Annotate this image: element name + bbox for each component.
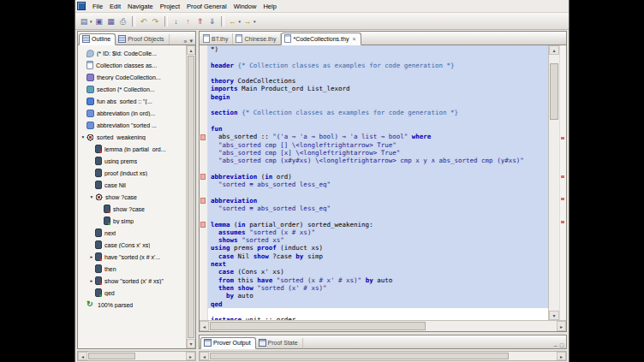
editor-tab-bt-thy[interactable]: BT.thy: [200, 33, 233, 45]
tree-item-using-prems[interactable]: using prems: [78, 155, 186, 167]
menu-item-navigate[interactable]: Navigate: [124, 2, 157, 11]
dropdown-arrow-icon[interactable]: ▾: [90, 19, 92, 24]
tree-item-show-sorted-x-xs[interactable]: ▸show "sorted (x' # xs)": [78, 275, 186, 287]
tree-item-case-nil[interactable]: case Nil: [78, 179, 186, 191]
tab-overflow-chevron-icon[interactable]: »: [184, 39, 188, 45]
view-menu-icon[interactable]: ▾: [189, 38, 193, 45]
view-tab-prover-output[interactable]: Prover Output: [200, 337, 256, 349]
scroll-right-button[interactable]: ▸: [557, 352, 566, 360]
dropdown-arrow-icon[interactable]: ▾: [239, 19, 242, 24]
tree-item-theory-codecollection[interactable]: theory CodeCollection...: [78, 71, 186, 83]
outline-vertical-scrollbar[interactable]: ▴ ▾: [186, 45, 195, 348]
editor-tab-codecollections-thy[interactable]: *CodeCollections.thy×: [281, 33, 361, 45]
theory-icon: [86, 74, 94, 81]
main-horizontal-scrollbar[interactable]: ◂ ▸: [199, 351, 567, 361]
proof-goto-button[interactable]: ⇓: [206, 15, 218, 27]
minimize-view-icon[interactable]: –: [554, 342, 558, 348]
maximize-view-icon[interactable]: □: [560, 342, 564, 348]
tree-item-qed[interactable]: qed: [78, 287, 186, 299]
tree-item-have-sorted-x-x[interactable]: ▸have "sorted (x # x'...: [78, 251, 186, 263]
save-button[interactable]: ▣: [93, 15, 105, 27]
window-icon[interactable]: [77, 2, 86, 10]
scroll-down-button[interactable]: ▾: [549, 311, 559, 320]
tree-item-fun-abs-sorted[interactable]: fun abs_sorted :: "(...: [78, 95, 186, 107]
scrollbar-track[interactable]: [209, 321, 557, 331]
overview-marker-icon[interactable]: [561, 198, 564, 200]
tree-item-section-collection[interactable]: section {* Collection...: [78, 83, 186, 95]
view-tab-proof-state[interactable]: Proof State: [256, 338, 303, 348]
tree-item-show-case[interactable]: ▾show ?case: [78, 191, 186, 203]
scrollbar-thumb[interactable]: [550, 63, 558, 120]
scrollbar-track[interactable]: [209, 352, 557, 360]
menu-item-project[interactable]: Project: [157, 2, 183, 11]
view-tab-label: Outline: [92, 36, 110, 42]
scrollbar-track[interactable]: [549, 55, 559, 311]
back-button[interactable]: ←▾: [227, 15, 242, 27]
scroll-right-button[interactable]: ▸: [186, 352, 195, 360]
forward-button[interactable]: →▾: [242, 15, 257, 27]
expand-icon[interactable]: ▸: [88, 278, 95, 283]
scrollbar-thumb[interactable]: [210, 353, 509, 359]
proof-retract-button[interactable]: ⇑: [194, 15, 206, 27]
tree-item-collection-classes-as[interactable]: Collection classes as...: [78, 59, 186, 71]
tree-item-next[interactable]: next: [78, 227, 186, 239]
scroll-left-button[interactable]: ◂: [200, 352, 209, 360]
editor-vertical-scrollbar[interactable]: ▴ ▾: [548, 45, 559, 320]
scrollbar-track[interactable]: [87, 352, 186, 360]
tree-item-lemma-in-partial-ord[interactable]: lemma (in partial_ord...: [78, 143, 186, 155]
tree-item-proof-induct-xs[interactable]: proof (induct xs): [78, 167, 186, 179]
view-tab-proof-objects[interactable]: Proof Objects: [116, 34, 169, 45]
proof-undo-button[interactable]: ↑: [182, 15, 194, 27]
save-all-button[interactable]: ▦: [105, 15, 117, 27]
redo-button[interactable]: ↷: [150, 15, 162, 27]
overview-marker-icon[interactable]: [561, 221, 564, 223]
new-wizard-button[interactable]: ▤▾: [78, 15, 93, 27]
menu-item-window[interactable]: Window: [230, 2, 260, 11]
editor-horizontal-scrollbar[interactable]: ◂ ▸: [200, 320, 566, 331]
prover-output-view: Prover OutputProof State – □: [199, 335, 567, 349]
step-red-icon: [104, 205, 110, 213]
code-token: "sorted (x # x' # xs)": [277, 276, 361, 284]
collapse-icon[interactable]: ▾: [88, 194, 95, 199]
menu-item-file[interactable]: File: [89, 2, 106, 11]
undo-button[interactable]: ↶: [138, 15, 150, 27]
menu-item-help[interactable]: Help: [259, 2, 279, 11]
scrollbar-thumb[interactable]: [210, 322, 426, 330]
scrollbar-thumb[interactable]: [88, 353, 135, 359]
tree-item-then[interactable]: then: [78, 263, 186, 275]
collapse-icon[interactable]: ▾: [80, 134, 86, 139]
tab-close-icon[interactable]: ×: [352, 36, 355, 42]
tree-item-label: have "sorted (x # x'...: [104, 254, 160, 260]
editor-tab-chinese-thy[interactable]: Chinese.thy: [233, 33, 281, 45]
menu-item-edit[interactable]: Edit: [106, 2, 124, 11]
outline-horizontal-scrollbar[interactable]: ◂ ▸: [77, 351, 196, 361]
scroll-down-button[interactable]: ▾: [187, 339, 195, 348]
scroll-right-button[interactable]: ▸: [557, 321, 566, 331]
tree-item-abbreviation-in-ord[interactable]: abbreviation (in ord)...: [78, 107, 186, 119]
view-tab-outline[interactable]: Outline: [79, 33, 116, 45]
menu-item-proof-general[interactable]: Proof General: [183, 2, 230, 11]
tree-item-abbreviation-sorted[interactable]: abbreviation "sorted ...: [78, 119, 186, 131]
dropdown-arrow-icon[interactable]: ▾: [253, 19, 256, 24]
expand-icon[interactable]: ▸: [88, 254, 95, 259]
code-area[interactable]: *)header {* Collection classes as exampl…: [208, 45, 548, 320]
overview-marker-icon[interactable]: [561, 175, 564, 178]
proof-next-button[interactable]: ↓: [170, 15, 182, 27]
overview-marker-icon[interactable]: [561, 137, 564, 139]
tree-item-case-cons-x-xs[interactable]: case (Cons x' xs): [78, 239, 186, 251]
tree-item-by-simp[interactable]: by simp: [78, 215, 186, 227]
overview-ruler[interactable]: [559, 45, 566, 320]
scroll-up-button[interactable]: ▴: [187, 45, 195, 55]
tree-item-show-case[interactable]: show ?case: [78, 203, 186, 215]
scrollbar-thumb[interactable]: [188, 56, 194, 338]
scrollbar-track[interactable]: [187, 55, 195, 339]
tree-item-100-parsed[interactable]: 100% parsed: [78, 299, 186, 311]
code-line-22: [208, 212, 548, 220]
tree-item-sorted-weakening[interactable]: ▾sorted_weakening: [78, 131, 186, 143]
comment-icon: [86, 50, 94, 57]
scroll-left-button[interactable]: ◂: [200, 321, 209, 331]
print-button[interactable]: ⎙: [117, 15, 129, 27]
scroll-left-button[interactable]: ◂: [78, 352, 87, 360]
tree-item-id-id-codecolle[interactable]: (* ID: $Id: CodeColle...: [78, 47, 186, 59]
scroll-up-button[interactable]: ▴: [549, 45, 559, 55]
